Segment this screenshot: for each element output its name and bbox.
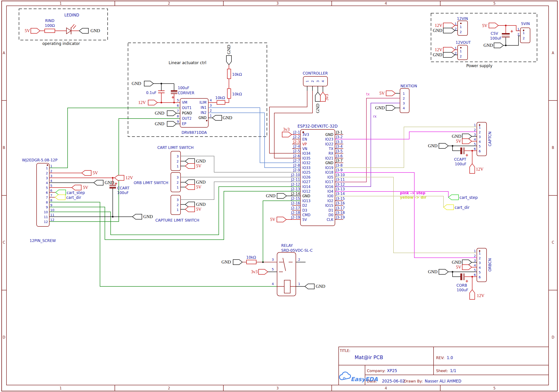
svg-text:J2-9: J2-9 — [293, 168, 300, 172]
svg-text:IO18: IO18 — [325, 170, 333, 175]
svg-text:2: 2 — [517, 32, 519, 36]
svg-text:5: 5 — [272, 267, 274, 271]
rev-label: REV: — [436, 356, 444, 360]
svg-text:J3-16: J3-16 — [336, 201, 345, 205]
svg-text:EN: EN — [302, 137, 307, 141]
svg-text:6: 6 — [474, 147, 476, 151]
svg-text:2: 2 — [460, 54, 462, 58]
svg-text:GND: GND — [375, 105, 385, 110]
easyeda-logo-icon: EasyEDA — [340, 372, 378, 383]
svg-text:5V: 5V — [83, 185, 88, 190]
esp32-module[interactable]: ESP32-DEVKITC-32D J2-1 J2-2 J2-3 J2-4 J2… — [266, 124, 345, 226]
svg-text:5V: 5V — [456, 265, 462, 270]
resistor-value: 10kΩ — [246, 255, 256, 260]
svg-text:IO35: IO35 — [302, 156, 310, 160]
svg-text:5V: 5V — [482, 23, 488, 28]
svg-text:4: 4 — [474, 138, 476, 141]
linear-actuator-block[interactable]: Linear actuator ctrl GND 10kΩ 10kΩ 10kΩ … — [49, 43, 300, 222]
title-label: TITLE: — [340, 349, 350, 353]
conn-name: 5VIN — [521, 21, 530, 26]
power-flag-icon — [443, 23, 455, 28]
svg-text:1: 1 — [403, 92, 405, 95]
captcn-connector[interactable]: CAPTCN 11 22 33 44 55 66 GND 5V GND + 12… — [335, 122, 492, 173]
svg-text:J2-8: J2-8 — [293, 163, 300, 168]
gnd-flag-icon — [167, 121, 176, 126]
junction-dot — [173, 102, 175, 103]
svg-text:J3-6: J3-6 — [336, 154, 343, 158]
svg-text:5V: 5V — [93, 170, 98, 175]
svg-text:IO34: IO34 — [302, 151, 310, 156]
cap-ref: CCAPT — [454, 157, 466, 162]
cap-value: 0.1uF — [146, 91, 157, 95]
svg-text:J3-14: J3-14 — [336, 192, 345, 196]
svg-text:IO26: IO26 — [302, 175, 310, 179]
svg-text:IN2: IN2 — [201, 111, 206, 115]
cart-step-dir-nets[interactable]: cart_step cart_dir pink -> step yellow -… — [335, 191, 478, 210]
power-supply-block[interactable]: Power supply 12VIN 1 2 1 2 12V GND 12VOU… — [431, 13, 537, 68]
svg-text:5V: 5V — [196, 163, 202, 168]
conn-name: CONTROLLER — [303, 71, 328, 75]
svg-text:6: 6 — [474, 273, 476, 277]
net-cart-step: cart_step — [459, 195, 478, 200]
block-caption: Power supply — [466, 64, 493, 68]
col-label: 5 — [493, 1, 496, 6]
svg-text:J3-17: J3-17 — [336, 206, 345, 210]
svg-text:2: 2 — [177, 203, 179, 207]
svg-text:+: + — [465, 279, 468, 283]
svg-text:3: 3 — [210, 103, 212, 107]
svg-text:4: 4 — [210, 98, 212, 102]
svg-text:GND: GND — [433, 52, 442, 57]
power-flag-icon — [185, 185, 195, 190]
svg-text:6: 6 — [479, 275, 481, 279]
svg-text:1: 1 — [474, 123, 476, 127]
svg-text:8: 8 — [46, 201, 48, 204]
svg-text:GND: GND — [155, 121, 164, 126]
svg-text:GND: GND — [199, 116, 206, 120]
svg-text:GND: GND — [105, 180, 114, 185]
svg-text:IO15: IO15 — [325, 204, 333, 208]
svg-text:3: 3 — [479, 135, 481, 139]
svg-text:3: 3 — [479, 261, 481, 265]
resistor-icon — [227, 69, 231, 79]
svg-text:2: 2 — [474, 254, 476, 258]
power-flag-icon — [386, 91, 395, 96]
chip-name: ESP32-DEVKITC-32D — [298, 124, 337, 129]
svg-text:3: 3 — [474, 133, 476, 136]
svg-text:12V: 12V — [477, 293, 484, 298]
svg-text:5: 5 — [50, 184, 52, 187]
svg-text:IO22: IO22 — [325, 142, 333, 146]
svg-text:2: 2 — [523, 36, 525, 40]
operating-indicator-block[interactable]: LEDIND RIND 100Ω 5V GND operating indica… — [19, 9, 108, 46]
svg-text:5V: 5V — [270, 217, 276, 222]
net-cart-dir: cart_dir — [455, 205, 469, 210]
wire-orb1 — [335, 177, 477, 253]
svg-text:3: 3 — [177, 198, 179, 202]
gnd-flag-icon — [462, 260, 472, 265]
resistor-icon — [45, 29, 55, 33]
col-label: 1 — [59, 1, 62, 6]
wire-step — [335, 191, 448, 197]
power-flag-icon — [82, 170, 91, 176]
svg-text:J3-18: J3-18 — [336, 211, 345, 215]
svg-text:GND: GND — [484, 43, 493, 48]
svg-text:J2-17: J2-17 — [291, 206, 300, 210]
svg-text:1: 1 — [479, 252, 481, 255]
note-pink-step: pink -> step — [400, 191, 425, 195]
nextion-connector[interactable]: NEXTION 1 2 3 4 5V GND tx rx — [335, 84, 417, 187]
svg-text:GND: GND — [452, 260, 461, 265]
svg-text:2: 2 — [479, 130, 481, 134]
wire-tx — [335, 98, 400, 182]
svg-text:J3-12: J3-12 — [336, 182, 345, 187]
orb-limit-switch[interactable]: ORB LIMIT SWITCH 3 2 1 GND 5V — [134, 172, 300, 192]
svg-text:IO16: IO16 — [325, 185, 333, 189]
cart-step-flag-icon — [448, 195, 458, 200]
gnd-flag-icon — [94, 180, 103, 185]
svg-text:1: 1 — [479, 125, 481, 129]
svg-text:J2-7: J2-7 — [293, 159, 300, 163]
svg-text:5: 5 — [177, 98, 179, 102]
svg-text:IO13: IO13 — [302, 199, 310, 203]
svg-text:4: 4 — [479, 140, 481, 144]
cart-limit-switch[interactable]: CART LIMIT SWITCH 3 2 1 GND 5V — [157, 145, 300, 172]
sheet-value: 1/1 — [450, 368, 456, 373]
svg-text:D2: D2 — [302, 204, 307, 208]
